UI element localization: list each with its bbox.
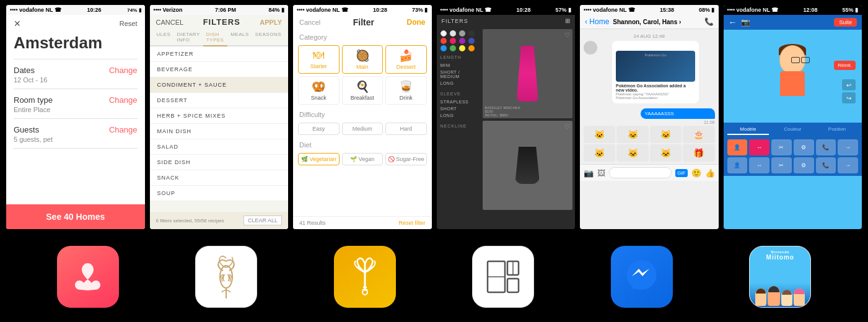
color-yellow[interactable] (459, 45, 465, 51)
reset-button[interactable]: Reset (120, 20, 138, 27)
list-item[interactable]: APPETIZER (150, 46, 289, 62)
call-icon[interactable]: 📞 (704, 17, 714, 26)
whisk-app-icon[interactable] (334, 246, 396, 308)
sticker[interactable]: 🎂 (683, 126, 714, 143)
list-item[interactable]: SOUP (150, 186, 289, 201)
mini-option[interactable]: MINI (441, 62, 476, 69)
apply-button[interactable]: APPLY (260, 19, 282, 26)
sticker[interactable]: 🐱 (584, 144, 615, 162)
list-item[interactable]: SALAD (150, 139, 289, 155)
cancel-button[interactable]: CANCEL (156, 19, 184, 26)
color-dark[interactable] (468, 30, 475, 37)
tab-ules[interactable]: ULES (154, 29, 174, 45)
sticker-tool-icon[interactable]: 🙂 (691, 168, 701, 178)
sugarfree-button[interactable]: 🚫 Sugar-Free (385, 153, 427, 165)
back-button[interactable]: ‹ Home (585, 17, 609, 26)
like-tool-icon[interactable]: 👍 (705, 168, 715, 178)
medium-button[interactable]: Medium (342, 123, 384, 135)
list-item[interactable]: DESSERT (150, 93, 289, 108)
category-dessert[interactable]: 🍰 Dessert (385, 45, 427, 74)
tab-seasons[interactable]: SEASONS (252, 29, 284, 45)
tab-dish-types[interactable]: DISH TYPES (203, 29, 227, 46)
message-input[interactable] (609, 167, 672, 178)
done-button[interactable]: Done (406, 18, 425, 27)
color-blue[interactable] (441, 45, 447, 51)
tab-couleur[interactable]: Couleur (771, 124, 813, 135)
color-white[interactable] (441, 30, 447, 37)
reinit-button[interactable]: Réinit. (834, 61, 856, 70)
undo-button[interactable]: ↩ (842, 79, 856, 90)
see-homes-button[interactable]: See 40 Homes (6, 204, 145, 229)
ctrl-btn-8[interactable]: ↔ (749, 157, 769, 173)
ctrl-btn-7[interactable]: 👤 (727, 157, 748, 173)
dates-change-button[interactable]: Change (109, 66, 138, 75)
close-icon[interactable]: ✕ (14, 19, 21, 28)
guests-change-button[interactable]: Change (109, 125, 138, 134)
ctrl-btn-6[interactable]: → (838, 139, 858, 155)
cancel-label[interactable]: Cancel (299, 19, 320, 26)
easy-button[interactable]: Easy (298, 123, 340, 135)
miitomo-app-icon[interactable]: Nintendo Miitomo (749, 246, 811, 308)
tab-position[interactable]: Position (816, 124, 858, 135)
short-sleeve-option[interactable]: SHORT (441, 105, 476, 112)
list-item[interactable]: SIDE DISH (150, 155, 289, 170)
list-item[interactable]: MAIN DISH (150, 124, 289, 139)
strapless-option[interactable]: STRAPLESS (441, 98, 476, 105)
ctrl-btn-3[interactable]: ✂ (771, 139, 792, 155)
ctrl-btn-2[interactable]: ↔ (749, 139, 769, 155)
color-purple[interactable] (459, 38, 465, 44)
tab-meals[interactable]: MEALS (227, 29, 252, 45)
ctrl-btn-12[interactable]: → (838, 157, 858, 173)
color-gray[interactable] (459, 30, 465, 37)
airbnb-app-icon[interactable] (57, 246, 119, 308)
image-tool-icon[interactable]: 🖼 (597, 168, 605, 178)
sticker[interactable]: 🐱 (616, 144, 648, 162)
list-item[interactable]: SNACK (150, 170, 289, 186)
color-red[interactable] (441, 38, 447, 44)
category-drink[interactable]: 🥃 Drink (385, 76, 427, 105)
color-lightgray[interactable] (450, 30, 456, 37)
product-item-2[interactable]: ♡ (483, 121, 573, 210)
category-starter[interactable]: 🍽 Starter (298, 45, 340, 74)
ctrl-btn-5[interactable]: 📞 (816, 139, 836, 155)
category-main[interactable]: 🥘 Main (342, 45, 384, 74)
category-breakfast[interactable]: 🍳 Breakfast (342, 76, 384, 105)
long-sleeve-option[interactable]: LONG (441, 112, 476, 119)
tab-dietary[interactable]: DIETARY INFO (173, 29, 203, 45)
reset-filter-button[interactable]: Reset filter (398, 220, 425, 226)
category-snack[interactable]: 🥨 Snack (298, 76, 340, 105)
gif-tool-icon[interactable]: GIF (675, 169, 687, 177)
vegan-button[interactable]: 🌱 Vegan (342, 153, 384, 165)
heart-icon[interactable]: ♡ (564, 32, 570, 38)
ctrl-btn-1[interactable]: 👤 (727, 139, 748, 155)
color-orange[interactable] (468, 45, 475, 51)
sticker[interactable]: 🐱 (616, 126, 648, 143)
room-type-change-button[interactable]: Change (109, 95, 138, 105)
filter-icon[interactable]: ⊞ (565, 17, 570, 24)
tab-modele[interactable]: Modèle (727, 124, 769, 135)
fashion-filters-button[interactable]: FILTERS (442, 18, 468, 24)
redo-button[interactable]: ↪ (842, 92, 856, 103)
list-item-selected[interactable]: CONDIMENT + SAUCE (150, 77, 289, 93)
color-pink[interactable] (450, 38, 456, 44)
sticker[interactable]: 🐱 (650, 126, 682, 143)
vegetarian-button[interactable]: 🌿 Vegetarian (298, 153, 340, 165)
camera-icon[interactable]: 📷 (741, 18, 750, 27)
product-item-1[interactable]: ♡ BADGLEY MISCHKA $150 RETAIL: $980 (483, 29, 573, 118)
list-item[interactable]: HERB + SPICE MIXES (150, 108, 289, 124)
ctrl-btn-10[interactable]: ⚙ (794, 157, 814, 173)
color-indigo[interactable] (468, 38, 475, 44)
messenger-app-icon[interactable] (611, 246, 673, 308)
ctrl-btn-9[interactable]: ✂ (771, 157, 792, 173)
sticker[interactable]: 🐱 (650, 144, 682, 162)
back-icon[interactable]: ← (729, 17, 737, 27)
fashion-app-icon[interactable] (472, 246, 534, 308)
camera-tool-icon[interactable]: 📷 (584, 168, 594, 178)
shared-post[interactable]: Pokémon Go Pokémon Go Association added … (612, 41, 699, 103)
sticker[interactable]: 🎁 (683, 144, 714, 162)
sticker[interactable]: 🐱 (584, 126, 615, 143)
suite-button[interactable]: Suite (834, 18, 857, 27)
hard-button[interactable]: Hard (385, 123, 427, 135)
ctrl-btn-11[interactable]: 📞 (816, 157, 836, 173)
color-green[interactable] (450, 45, 456, 51)
